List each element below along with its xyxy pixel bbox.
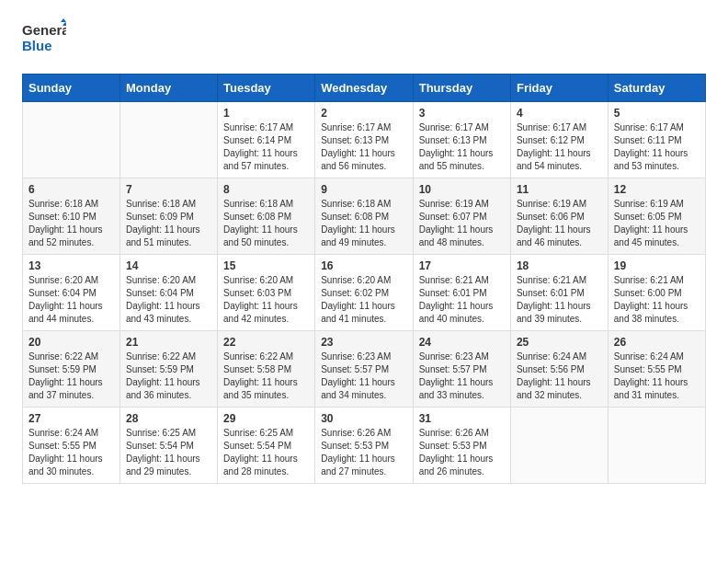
- cell-info: Sunrise: 6:18 AMSunset: 6:10 PMDaylight:…: [28, 199, 103, 247]
- calendar-cell: 14 Sunrise: 6:20 AMSunset: 6:04 PMDaylig…: [120, 255, 218, 331]
- header-friday: Friday: [510, 75, 608, 102]
- cell-info: Sunrise: 6:20 AMSunset: 6:04 PMDaylight:…: [28, 275, 103, 324]
- day-number: 5: [614, 107, 700, 120]
- day-number: 7: [126, 183, 211, 196]
- calendar-cell: 18 Sunrise: 6:21 AMSunset: 6:01 PMDaylig…: [510, 255, 608, 331]
- day-number: 10: [419, 183, 505, 196]
- header-monday: Monday: [120, 75, 218, 102]
- calendar-cell: 30 Sunrise: 6:26 AMSunset: 5:53 PMDaylig…: [315, 408, 414, 484]
- calendar-cell: 3 Sunrise: 6:17 AMSunset: 6:13 PMDayligh…: [413, 102, 510, 178]
- cell-info: Sunrise: 6:19 AMSunset: 6:07 PMDaylight:…: [419, 199, 494, 247]
- day-number: 25: [517, 336, 602, 349]
- calendar-cell: 8 Sunrise: 6:18 AMSunset: 6:08 PMDayligh…: [218, 178, 315, 255]
- week-row-5: 27 Sunrise: 6:24 AMSunset: 5:55 PMDaylig…: [23, 408, 706, 484]
- day-number: 24: [419, 336, 505, 349]
- cell-info: Sunrise: 6:25 AMSunset: 5:54 PMDaylight:…: [223, 428, 298, 477]
- cell-info: Sunrise: 6:22 AMSunset: 5:58 PMDaylight:…: [223, 351, 298, 400]
- day-number: 31: [419, 412, 505, 425]
- calendar-header-row: SundayMondayTuesdayWednesdayThursdayFrid…: [23, 75, 706, 102]
- calendar-cell: 27 Sunrise: 6:24 AMSunset: 5:55 PMDaylig…: [23, 408, 120, 484]
- cell-info: Sunrise: 6:19 AMSunset: 6:06 PMDaylight:…: [517, 199, 591, 247]
- calendar-cell: 26 Sunrise: 6:24 AMSunset: 5:55 PMDaylig…: [608, 331, 705, 408]
- day-number: 20: [28, 336, 114, 349]
- header-thursday: Thursday: [413, 75, 510, 102]
- cell-info: Sunrise: 6:17 AMSunset: 6:11 PMDaylight:…: [614, 122, 688, 171]
- calendar-cell: 5 Sunrise: 6:17 AMSunset: 6:11 PMDayligh…: [608, 102, 705, 178]
- cell-info: Sunrise: 6:24 AMSunset: 5:56 PMDaylight:…: [517, 351, 591, 400]
- cell-info: Sunrise: 6:20 AMSunset: 6:02 PMDaylight:…: [321, 275, 395, 324]
- day-number: 2: [321, 107, 407, 120]
- calendar-cell: 1 Sunrise: 6:17 AMSunset: 6:14 PMDayligh…: [218, 102, 315, 178]
- calendar-cell: [510, 408, 608, 484]
- cell-info: Sunrise: 6:18 AMSunset: 6:09 PMDaylight:…: [126, 199, 200, 247]
- day-number: 19: [614, 259, 700, 272]
- header-sunday: Sunday: [23, 75, 120, 102]
- svg-text:Blue: Blue: [22, 38, 52, 53]
- day-number: 11: [517, 183, 602, 196]
- cell-info: Sunrise: 6:20 AMSunset: 6:04 PMDaylight:…: [126, 275, 200, 324]
- header-wednesday: Wednesday: [315, 75, 414, 102]
- day-number: 29: [223, 412, 309, 425]
- day-number: 30: [321, 412, 407, 425]
- cell-info: Sunrise: 6:21 AMSunset: 6:01 PMDaylight:…: [419, 275, 494, 324]
- calendar-cell: 19 Sunrise: 6:21 AMSunset: 6:00 PMDaylig…: [608, 255, 705, 331]
- page-header: General Blue: [22, 18, 706, 59]
- calendar-cell: 11 Sunrise: 6:19 AMSunset: 6:06 PMDaylig…: [510, 178, 608, 255]
- cell-info: Sunrise: 6:26 AMSunset: 5:53 PMDaylight:…: [321, 428, 395, 477]
- day-number: 27: [28, 412, 114, 425]
- svg-marker-2: [61, 18, 66, 22]
- calendar-cell: 13 Sunrise: 6:20 AMSunset: 6:04 PMDaylig…: [23, 255, 120, 331]
- day-number: 22: [223, 336, 309, 349]
- calendar-cell: 22 Sunrise: 6:22 AMSunset: 5:58 PMDaylig…: [218, 331, 315, 408]
- day-number: 17: [419, 259, 505, 272]
- cell-info: Sunrise: 6:17 AMSunset: 6:14 PMDaylight:…: [223, 122, 298, 171]
- cell-info: Sunrise: 6:22 AMSunset: 5:59 PMDaylight:…: [28, 351, 103, 400]
- cell-info: Sunrise: 6:17 AMSunset: 6:12 PMDaylight:…: [517, 122, 591, 171]
- day-number: 15: [223, 259, 309, 272]
- calendar-table: SundayMondayTuesdayWednesdayThursdayFrid…: [22, 74, 706, 484]
- cell-info: Sunrise: 6:25 AMSunset: 5:54 PMDaylight:…: [126, 428, 200, 477]
- calendar-cell: 20 Sunrise: 6:22 AMSunset: 5:59 PMDaylig…: [23, 331, 120, 408]
- cell-info: Sunrise: 6:19 AMSunset: 6:05 PMDaylight:…: [614, 199, 688, 247]
- cell-info: Sunrise: 6:17 AMSunset: 6:13 PMDaylight:…: [321, 122, 395, 171]
- calendar-cell: 2 Sunrise: 6:17 AMSunset: 6:13 PMDayligh…: [315, 102, 414, 178]
- calendar-cell: 16 Sunrise: 6:20 AMSunset: 6:02 PMDaylig…: [315, 255, 414, 331]
- cell-info: Sunrise: 6:21 AMSunset: 6:01 PMDaylight:…: [517, 275, 591, 324]
- calendar-cell: 4 Sunrise: 6:17 AMSunset: 6:12 PMDayligh…: [510, 102, 608, 178]
- day-number: 1: [223, 107, 309, 120]
- calendar-cell: 29 Sunrise: 6:25 AMSunset: 5:54 PMDaylig…: [218, 408, 315, 484]
- day-number: 16: [321, 259, 407, 272]
- day-number: 3: [419, 107, 505, 120]
- calendar-cell: 9 Sunrise: 6:18 AMSunset: 6:08 PMDayligh…: [315, 178, 414, 255]
- cell-info: Sunrise: 6:18 AMSunset: 6:08 PMDaylight:…: [223, 199, 298, 247]
- cell-info: Sunrise: 6:18 AMSunset: 6:08 PMDaylight:…: [321, 199, 395, 247]
- calendar-cell: 21 Sunrise: 6:22 AMSunset: 5:59 PMDaylig…: [120, 331, 218, 408]
- day-number: 12: [614, 183, 700, 196]
- week-row-1: 1 Sunrise: 6:17 AMSunset: 6:14 PMDayligh…: [23, 102, 706, 178]
- cell-info: Sunrise: 6:17 AMSunset: 6:13 PMDaylight:…: [419, 122, 494, 171]
- calendar-cell: 12 Sunrise: 6:19 AMSunset: 6:05 PMDaylig…: [608, 178, 705, 255]
- cell-info: Sunrise: 6:24 AMSunset: 5:55 PMDaylight:…: [614, 351, 688, 400]
- calendar-cell: 28 Sunrise: 6:25 AMSunset: 5:54 PMDaylig…: [120, 408, 218, 484]
- week-row-3: 13 Sunrise: 6:20 AMSunset: 6:04 PMDaylig…: [23, 255, 706, 331]
- day-number: 28: [126, 412, 211, 425]
- logo: General Blue: [22, 18, 66, 59]
- calendar-cell: 17 Sunrise: 6:21 AMSunset: 6:01 PMDaylig…: [413, 255, 510, 331]
- cell-info: Sunrise: 6:22 AMSunset: 5:59 PMDaylight:…: [126, 351, 200, 400]
- day-number: 23: [321, 336, 407, 349]
- header-saturday: Saturday: [608, 75, 705, 102]
- calendar-cell: 15 Sunrise: 6:20 AMSunset: 6:03 PMDaylig…: [218, 255, 315, 331]
- calendar-cell: 24 Sunrise: 6:23 AMSunset: 5:57 PMDaylig…: [413, 331, 510, 408]
- calendar-cell: [23, 102, 120, 178]
- cell-info: Sunrise: 6:21 AMSunset: 6:00 PMDaylight:…: [614, 275, 688, 324]
- day-number: 18: [517, 259, 602, 272]
- svg-text:General: General: [22, 22, 66, 38]
- day-number: 13: [28, 259, 114, 272]
- day-number: 8: [223, 183, 309, 196]
- calendar-cell: 7 Sunrise: 6:18 AMSunset: 6:09 PMDayligh…: [120, 178, 218, 255]
- header-tuesday: Tuesday: [218, 75, 315, 102]
- cell-info: Sunrise: 6:24 AMSunset: 5:55 PMDaylight:…: [28, 428, 103, 477]
- week-row-2: 6 Sunrise: 6:18 AMSunset: 6:10 PMDayligh…: [23, 178, 706, 255]
- calendar-cell: [120, 102, 218, 178]
- day-number: 4: [517, 107, 602, 120]
